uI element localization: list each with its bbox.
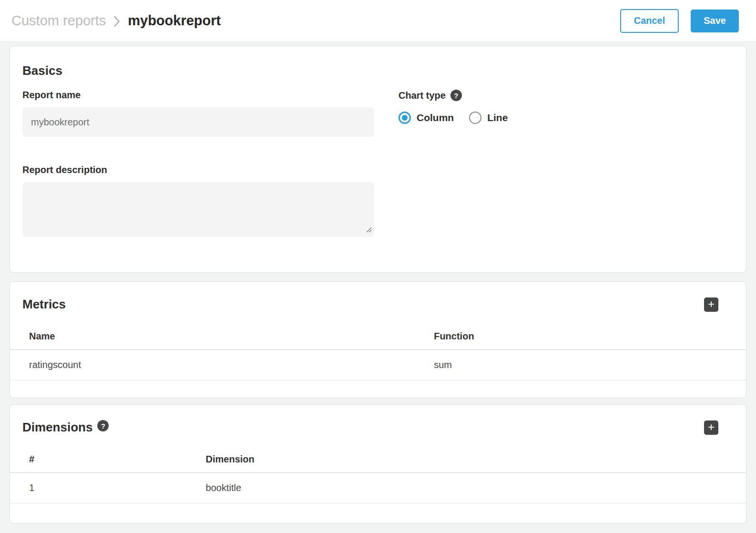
dimensions-card: Dimensions ? + # Dimension 1 bo: [10, 404, 746, 523]
custom-report-editor: Custom reports mybookreport Cancel Save …: [0, 0, 756, 533]
chart-type-options: Column Line: [398, 112, 734, 124]
metrics-title: Metrics: [22, 297, 66, 312]
dimensions-card-head: Dimensions ? +: [10, 405, 746, 435]
add-dimension-button[interactable]: +: [704, 420, 718, 435]
dimensions-title: Dimensions: [22, 420, 92, 435]
dimensions-help-icon[interactable]: ?: [97, 420, 109, 431]
help-icon[interactable]: ?: [450, 90, 462, 101]
plus-icon: +: [708, 298, 715, 310]
basics-grid: Report name Report description: [22, 90, 734, 237]
dimensions-table: # Dimension 1 booktitle: [10, 447, 746, 503]
cancel-button[interactable]: Cancel: [620, 9, 679, 33]
metric-name-cell: ratingscount: [10, 350, 415, 380]
chart-type-row: Chart type ?: [398, 90, 734, 101]
column-radio[interactable]: Column: [398, 112, 454, 124]
metrics-function-header: Function: [415, 324, 746, 350]
dimension-index-cell: 1: [10, 473, 187, 503]
metrics-card: Metrics + Name Function ratingscount sum: [10, 281, 746, 398]
chart-type-label: Chart type: [398, 90, 446, 101]
main-content: Basics Report name Report description: [0, 42, 756, 523]
report-description-wrap: [22, 182, 374, 237]
add-metric-button[interactable]: +: [704, 297, 718, 312]
radio-unchecked-icon: [469, 112, 481, 124]
metric-function-cell: sum: [415, 350, 746, 380]
radio-checked-icon: [398, 112, 411, 124]
dimensions-header-row: # Dimension: [10, 447, 746, 473]
chevron-right-icon: [113, 15, 120, 28]
report-description-label: Report description: [22, 164, 374, 175]
basics-left-column: Report name Report description: [22, 90, 374, 237]
header-actions: Cancel Save: [620, 9, 739, 33]
metrics-table: Name Function ratingscount sum: [10, 324, 746, 380]
column-radio-label: Column: [417, 112, 454, 123]
metrics-name-header: Name: [10, 324, 415, 350]
save-button[interactable]: Save: [691, 10, 739, 32]
metrics-card-head: Metrics +: [10, 282, 746, 312]
breadcrumb: Custom reports mybookreport: [11, 13, 221, 29]
report-name-input[interactable]: [22, 107, 374, 137]
basics-card: Basics Report name Report description: [10, 46, 746, 273]
report-name-label: Report name: [22, 90, 374, 101]
dimensions-dimension-header: Dimension: [187, 447, 746, 473]
basics-right-column: Chart type ? Column Line: [398, 90, 734, 237]
basics-title: Basics: [22, 63, 734, 78]
breadcrumb-custom-reports[interactable]: Custom reports: [11, 13, 106, 29]
report-description-textarea[interactable]: [22, 182, 374, 237]
metrics-header-row: Name Function: [10, 324, 746, 350]
plus-icon: +: [708, 421, 715, 433]
table-row[interactable]: 1 booktitle: [10, 473, 746, 503]
line-radio-label: Line: [487, 112, 508, 123]
top-bar: Custom reports mybookreport Cancel Save: [0, 0, 756, 42]
line-radio[interactable]: Line: [469, 112, 508, 124]
dimension-name-cell: booktitle: [187, 473, 746, 503]
dimensions-index-header: #: [10, 447, 187, 473]
breadcrumb-report-name: mybookreport: [128, 13, 221, 29]
table-row[interactable]: ratingscount sum: [10, 350, 746, 380]
